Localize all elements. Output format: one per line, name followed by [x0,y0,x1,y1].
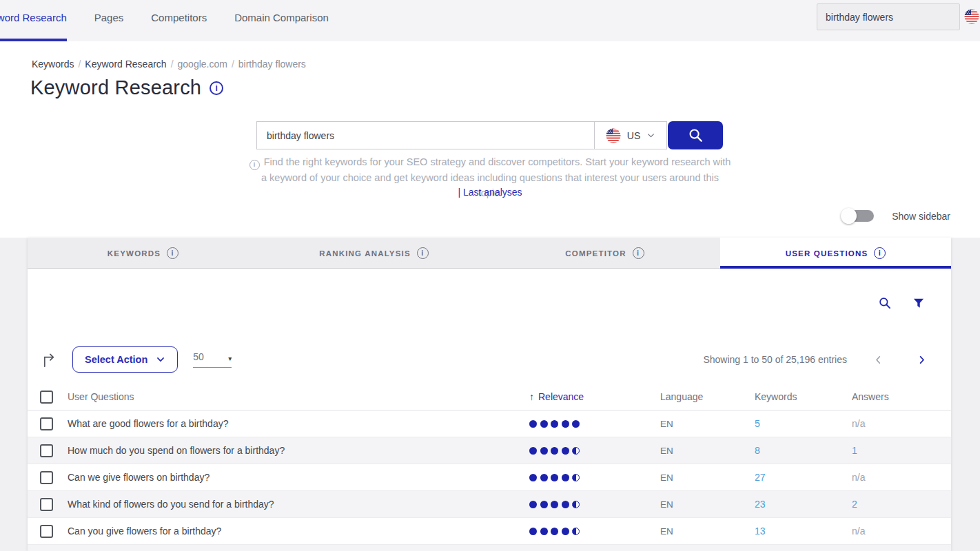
question-text: What are good flowers for a birthday? [68,418,529,429]
tab-keywords[interactable]: KEYWORDS i [28,238,258,269]
page-size-select[interactable]: 50 ▾ [193,351,232,368]
question-text: Can you give flowers for a birthday? [68,526,529,537]
col-header-language: Language [660,391,755,402]
info-icon: i [249,160,260,170]
col-header-keywords: Keywords [755,391,852,402]
last-analyses-link[interactable]: | Last analyses [249,187,731,198]
us-flag-icon [606,128,621,143]
table-header-row: User Questions ↑Relevance Language Keywo… [28,384,951,410]
breadcrumb-keyword-research[interactable]: Keyword Research [85,59,166,70]
country-code: US [627,130,640,141]
sort-asc-icon: ↑ [529,391,534,402]
results-card: KEYWORDS i RANKING ANALYSIS i COMPETITOR… [28,238,951,551]
search-button[interactable] [668,121,723,149]
keyword-search-group: US [256,121,723,149]
toggle-knob [841,208,857,224]
row-checkbox[interactable] [40,471,53,484]
tab-competitor[interactable]: COMPETITOR i [489,238,720,269]
breadcrumb-separator: / [171,59,174,70]
nav-item-competitors[interactable]: Competitors [151,0,207,41]
language-value: EN [660,526,755,537]
nav-item-domain-comparison[interactable]: Domain Comparison [234,0,329,41]
breadcrumb-separator: / [232,59,234,70]
relevance-dots [529,420,660,428]
hero-section: Keywords/Keyword Research/google.com/bir… [0,41,980,238]
language-value: EN [660,446,755,456]
tab-ranking-analysis[interactable]: RANKING ANALYSIS i [258,238,489,269]
answers-value[interactable]: 1 [852,445,857,456]
keywords-count-link[interactable]: 27 [755,472,766,483]
page-background: KEYWORDS i RANKING ANALYSIS i COMPETITOR… [0,238,980,551]
row-checkbox[interactable] [40,525,53,538]
question-text: Can we give flowers on birthday? [68,472,529,483]
show-sidebar-toggle[interactable] [842,210,874,222]
next-page-icon[interactable] [917,355,927,365]
relevance-dots [529,528,660,535]
table-row: How much do you spend on flowers for a b… [28,437,951,464]
breadcrumb: Keywords/Keyword Research/google.com/bir… [32,59,306,70]
country-select[interactable]: US [594,121,667,149]
export-icon[interactable] [41,352,57,368]
table-row-partial [28,545,951,551]
answers-value: n/a [852,418,865,429]
info-icon[interactable]: i [633,247,644,259]
answers-value: n/a [852,472,865,483]
search-icon [688,127,704,143]
col-header-relevance[interactable]: ↑Relevance [529,391,660,402]
answers-value: n/a [852,526,865,537]
us-flag-icon[interactable] [964,9,979,27]
select-action-button[interactable]: Select Action [72,346,178,373]
info-icon[interactable]: i [167,247,178,259]
nav-item-pages[interactable]: Pages [94,0,124,41]
row-checkbox[interactable] [40,498,53,511]
relevance-dots [529,447,660,455]
keywords-count-link[interactable]: 13 [755,526,766,537]
relevance-dots [529,474,660,481]
language-value: EN [660,419,755,429]
filter-icon[interactable] [912,297,925,309]
table-row: Can you give flowers for a birthday? EN … [28,518,951,545]
tab-user-questions[interactable]: USER QUESTIONS i [720,238,951,269]
pagination-status: Showing 1 to 50 of 25,196 entries [703,354,847,365]
question-text: How much do you spend on flowers for a b… [68,445,529,456]
keywords-count-link[interactable]: 5 [755,418,760,429]
info-icon[interactable]: i [874,247,886,259]
breadcrumb-keywords[interactable]: Keywords [32,59,74,70]
info-icon[interactable]: i [417,247,429,259]
info-icon[interactable]: i [210,81,223,95]
table-search-icon[interactable] [878,296,892,310]
table-row: What are good flowers for a birthday? EN… [28,410,951,437]
nav-item-keyword-research[interactable]: Keyword Research [0,0,67,41]
top-nav: Keyword Research Pages Competitors Domai… [0,0,980,41]
chevron-down-icon [156,355,165,364]
results-tabs: KEYWORDS i RANKING ANALYSIS i COMPETITOR… [28,238,951,269]
topbar-search-input[interactable] [817,3,960,30]
prev-page-icon[interactable] [873,355,884,365]
table-row: Can we give flowers on birthday? EN 27 n… [28,464,951,491]
keywords-count-link[interactable]: 8 [755,445,760,456]
row-checkbox[interactable] [40,444,53,457]
row-checkbox[interactable] [40,417,53,430]
breadcrumb-domain[interactable]: google.com [178,59,227,70]
breadcrumb-keyword: birthday flowers [238,59,306,70]
col-header-user-questions: User Questions [68,391,529,402]
language-value: EN [660,499,755,510]
chevron-down-icon [646,131,655,140]
keywords-count-link[interactable]: 23 [755,499,766,510]
answers-value[interactable]: 2 [852,499,857,510]
select-all-checkbox[interactable] [40,391,53,404]
page-title: Keyword Research [30,76,201,99]
show-sidebar-label: Show sidebar [892,211,950,222]
relevance-dots [529,501,660,508]
table-row: What kind of flowers do you send for a b… [28,491,951,518]
caret-down-icon: ▾ [228,355,232,362]
col-header-answers: Answers [852,391,951,402]
question-text: What kind of flowers do you send for a b… [68,499,529,510]
pipe-divider: | [458,187,460,198]
language-value: EN [660,472,755,483]
keyword-input[interactable] [256,121,594,149]
breadcrumb-separator: / [78,59,81,70]
